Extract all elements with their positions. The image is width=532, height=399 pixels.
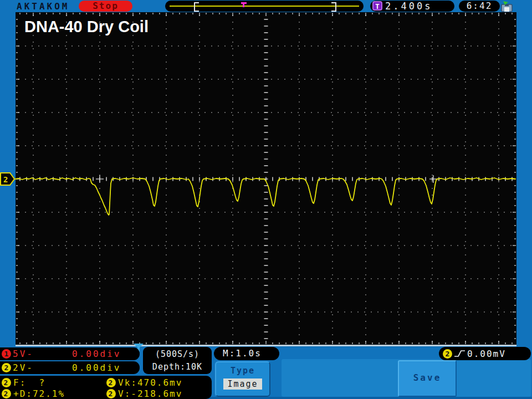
scope-screen — [16, 12, 516, 346]
trigger-position-marker-stem — [243, 4, 244, 7]
type-menu-label: Type — [216, 366, 269, 376]
timebase-readout: M:1.0s — [214, 347, 279, 360]
measurement-v: 2V:-218.6mv — [106, 388, 182, 399]
ch1-readout: 1 5V- 0.00div — [0, 347, 140, 360]
usb-disk-icon — [500, 1, 514, 12]
measurement-duty: 2+D:72.1% — [2, 388, 65, 399]
trigger-position-strip — [165, 1, 364, 12]
type-menu-selected-value[interactable]: Image — [223, 378, 262, 390]
svg-text:2: 2 — [3, 175, 8, 184]
measurements-panel: 2F: ? 2Vk:470.6mv 2+D:72.1% 2V:-218.6mv — [0, 376, 212, 399]
window-right-bracket-icon — [331, 2, 336, 12]
ch1-offset: 0.00div — [72, 349, 121, 359]
measurement-vk: 2Vk:470.6mv — [106, 377, 182, 388]
record-depth: Depth:10K — [143, 362, 212, 372]
acquisition-readout: (500S/s) Depth:10K — [143, 347, 212, 374]
top-status-bar: AKTAKOM Stop T 2.400s 6:42 — [0, 0, 532, 12]
trigger-source-badge: 2 — [443, 349, 452, 359]
trigger-level-readout: 2 0.00mV — [439, 347, 531, 360]
rising-edge-icon — [454, 349, 466, 359]
oscilloscope-screenshot: { "colors": { "page_blue": "#1173bc", "t… — [0, 0, 532, 399]
channel-2-position-marker[interactable]: 2 — [0, 172, 16, 186]
ch2-offset: 0.00div — [72, 362, 121, 373]
clock-readout: 6:42 — [459, 1, 500, 12]
trigger-t-icon: T — [372, 1, 382, 11]
trigger-time-value: 2.400s — [385, 1, 432, 12]
annotation-title: DNA-40 Dry Coil — [24, 18, 149, 36]
type-menu-panel[interactable]: Type Image — [215, 361, 270, 397]
ch1-badge: 1 — [2, 349, 11, 359]
run-stop-indicator[interactable]: Stop — [79, 1, 132, 12]
ch1-scale: 5V- — [13, 349, 34, 359]
measurement-frequency: 2F: ? — [2, 377, 45, 388]
sample-rate: (500S/s) — [143, 349, 212, 359]
screen-bottom-edge-line — [16, 345, 516, 346]
ch2-scale: 2V- — [13, 362, 34, 373]
ch2-readout: 2 2V- 0.00div — [0, 361, 140, 374]
ch2-badge: 2 — [2, 363, 11, 372]
brand-logo: AKTAKOM — [17, 1, 69, 12]
window-left-bracket-icon — [194, 2, 199, 12]
trigger-level-value: 0.00mV — [467, 349, 506, 359]
trigger-time-readout: T 2.400s — [370, 1, 454, 12]
save-button[interactable]: Save — [398, 360, 457, 397]
